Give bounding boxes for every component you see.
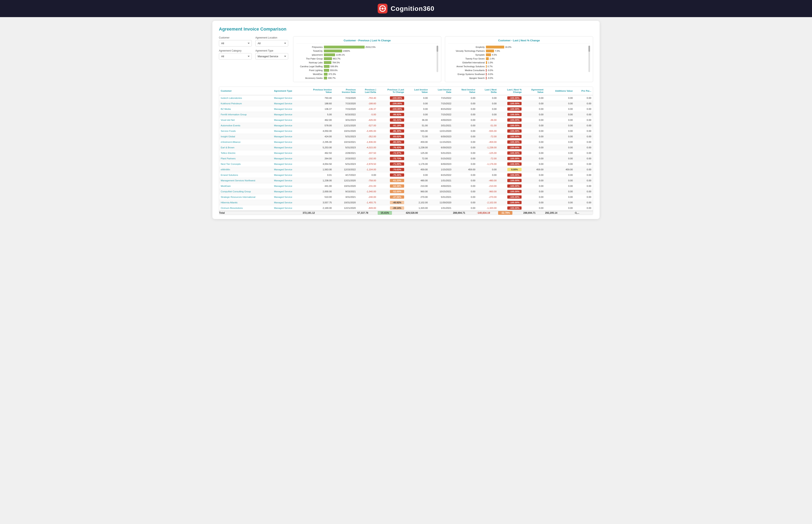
cell-prev-val: 578.00	[303, 123, 334, 128]
cell-customer[interactable]: Koikhorst Petroleum	[219, 101, 272, 107]
cell-add-val: 0.00	[545, 134, 574, 140]
cell-ln-delta: 0.00	[477, 173, 498, 178]
cell-ln-pct: -100.00%	[498, 134, 523, 140]
cell-last-val: 555.00	[406, 128, 429, 134]
cell-last-date: 5/31/2021	[429, 150, 453, 156]
type-filter-select[interactable]: Managed Service	[255, 53, 288, 60]
cell-add-val: 0.00	[545, 173, 574, 178]
chart-right-scrollbar[interactable]	[588, 46, 590, 72]
cell-prev-val: 136.37	[303, 107, 334, 112]
table-row: Hibernia Atlantic Managed Service 3,557.…	[219, 200, 593, 206]
cell-pre-pai: 0.00	[574, 95, 593, 101]
footer-type	[272, 211, 303, 215]
cell-customer[interactable]: Voxel dot Net	[219, 117, 272, 123]
cell-ln-delta: -72.00	[477, 134, 498, 140]
cell-ln-pct: -100.00%	[498, 189, 523, 194]
type-filter-group: Agreement Type Managed Service	[255, 49, 288, 60]
cell-add-val: 0.00	[545, 145, 574, 150]
table-row: Ferrilli Information Group Managed Servi…	[219, 112, 593, 117]
cell-type: Managed Service	[272, 173, 303, 178]
cell-last-val: 459.00	[406, 140, 429, 145]
cell-type: Managed Service	[272, 150, 303, 156]
chart-bar	[486, 46, 504, 49]
cell-customer[interactable]: Automotive Events	[219, 123, 272, 128]
cell-agr-val: 0.00	[523, 145, 545, 150]
cell-prev-delta: -337.50	[357, 150, 378, 156]
chart-bar-row: Point Lighting 559.6%	[296, 69, 435, 72]
chart-bar-label: Nutricap Labs	[296, 61, 323, 64]
cell-customer[interactable]: Insight Global	[219, 134, 272, 140]
data-table-wrapper: Customer Agreement Type Previous Invoice…	[219, 86, 593, 215]
cell-customer[interactable]: Tellico Electric	[219, 150, 272, 156]
cell-pre-pai: 0.00	[574, 167, 593, 173]
cell-customer[interactable]: Hibernia Atlantic	[219, 200, 272, 206]
cell-customer[interactable]: Errand Solutions	[219, 173, 272, 178]
chart-bar-value: 2.4%	[490, 58, 495, 60]
cell-customer[interactable]: Earl & Brown	[219, 145, 272, 150]
table-row: Automotive Events Managed Service 578.00…	[219, 123, 593, 128]
cell-type: Managed Service	[272, 107, 303, 112]
cell-prev-delta: -426.00	[357, 117, 378, 123]
category-filter-select[interactable]: All	[219, 53, 252, 60]
customer-filter-select[interactable]: All	[219, 40, 252, 47]
cell-type: Managed Service	[272, 178, 303, 183]
cell-last-date: 12/21/2020	[429, 128, 453, 134]
cell-customer[interactable]: Management Services Northwest	[219, 178, 272, 183]
cell-agr-val: 0.00	[523, 194, 545, 200]
chart-bar-value: 330.7%	[328, 77, 336, 79]
cell-agr-val: 0.00	[523, 150, 545, 156]
chart-bar	[486, 57, 489, 60]
cell-last-val: 459.00	[406, 167, 429, 173]
cell-ln-pct: -100.00%	[498, 107, 523, 112]
cell-ln-delta: -480.00	[477, 178, 498, 183]
chart-bar-row: Emplicity 16.0%	[448, 46, 587, 49]
cell-customer[interactable]: CompuNet Consulting Group	[219, 189, 272, 194]
cell-prev-pct: -72.97%	[378, 150, 406, 156]
cell-prev-delta: -1,104.00	[357, 167, 378, 173]
chart-left-scrollbar[interactable]	[437, 46, 438, 72]
cell-prev-pct: -83.02%	[378, 134, 406, 140]
cell-customer[interactable]: eWinWin	[219, 167, 272, 173]
cell-last-date: 5/31/2021	[429, 194, 453, 200]
cell-customer[interactable]: Ferrilli Information Group	[219, 112, 272, 117]
chart-bar-container: 373.3%	[324, 73, 435, 76]
cell-prev-pct: -100.00%	[378, 101, 406, 107]
cell-prev-val: 793.40	[303, 95, 334, 101]
cell-customer[interactable]: MediGain	[219, 183, 272, 189]
cell-customer[interactable]: Plant Partners	[219, 156, 272, 161]
top-section: Customer All Agreement Location All Agre…	[219, 36, 593, 82]
cell-ln-pct: -100.00%	[498, 101, 523, 107]
chart-bar	[324, 77, 327, 80]
cell-add-val: 0.00	[545, 117, 574, 123]
cell-ln-delta: 0.00	[477, 112, 498, 117]
cell-customer[interactable]: eVestment Alliance	[219, 140, 272, 145]
cell-customer[interactable]: BZ Media	[219, 107, 272, 112]
cell-prev-date: 10/31/2020	[334, 128, 357, 134]
chart-bar-container: 2.4%	[486, 57, 587, 60]
table-row: Ocimum Biosolutions Managed Service 2,16…	[219, 206, 593, 211]
cell-customer[interactable]: Isotech Laboratories	[219, 95, 272, 101]
chart-bar-label: GlobeNet International	[448, 61, 485, 64]
filters-panel: Customer All Agreement Location All Agre…	[219, 36, 288, 82]
cell-customer[interactable]: Ocimum Biosolutions	[219, 206, 272, 211]
table-row: Earl & Brown Managed Service 5,253.00 5/…	[219, 145, 593, 150]
chart-left-title: Customer - Previous | Last % Change	[296, 39, 438, 44]
cell-add-val: 0.00	[545, 101, 574, 107]
cell-pre-pai: 0.00	[574, 178, 593, 183]
cell-type: Managed Service	[272, 145, 303, 150]
cell-prev-date: 7/15/2020	[334, 95, 357, 101]
location-filter-select[interactable]: All	[255, 40, 288, 47]
cell-prev-val: 510.00	[303, 194, 334, 200]
cell-pre-pai: 0.00	[574, 150, 593, 156]
chart-bar-value: 784.5%	[332, 61, 340, 64]
cell-customer[interactable]: Strategic Resources International	[219, 194, 272, 200]
cell-agr-val: 0.00	[523, 183, 545, 189]
cell-customer[interactable]: Next Tier Concepts	[219, 161, 272, 167]
col-prev-val: Previous InvoiceValue	[303, 87, 334, 95]
cell-pre-pai: 0.00	[574, 183, 593, 189]
cell-ln-delta: -125.00	[477, 150, 498, 156]
chart-bar-row: Nutricap Labs 784.5%	[296, 61, 435, 64]
chart-bar-container: 863.7%	[324, 57, 435, 60]
cell-customer[interactable]: Service Foods	[219, 128, 272, 134]
cell-agr-val: 0.00	[523, 95, 545, 101]
